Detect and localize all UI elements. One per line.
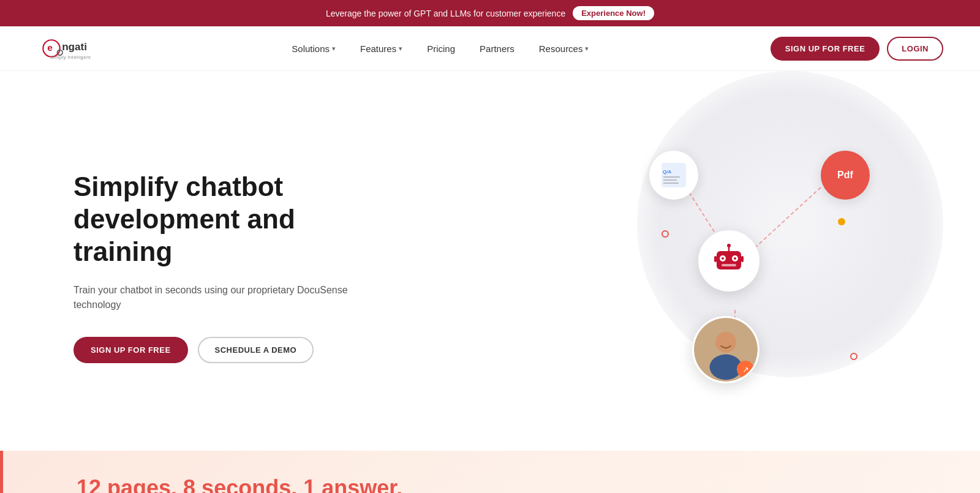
nav-solutions[interactable]: Solutions ▾	[282, 39, 345, 59]
nav-login-button[interactable]: LOGIN	[887, 37, 943, 61]
svg-text:Simply Intelligent: Simply Intelligent	[50, 55, 91, 60]
stats-section: 12 pages. 8 seconds. 1 answer. 90% of cu…	[0, 451, 980, 493]
nav-pricing[interactable]: Pricing	[417, 39, 465, 59]
qa-card: Q/A	[649, 151, 698, 200]
nav-action-buttons: SIGN UP FOR FREE LOGIN	[771, 37, 943, 61]
nav-resources[interactable]: Resources ▾	[529, 39, 599, 59]
chevron-down-icon: ▾	[585, 45, 589, 53]
hero-content: Simplify chatbot development and trainin…	[74, 171, 392, 363]
share-badge: ↗	[737, 361, 754, 378]
svg-text:ngati: ngati	[62, 40, 87, 53]
hero-illustration: Q/A Pdf	[588, 120, 907, 414]
svg-point-20	[727, 244, 731, 247]
svg-point-17	[734, 257, 736, 260]
person-card: ↗	[692, 316, 760, 383]
hero-subtitle: Train your chatbot in seconds using our …	[74, 283, 392, 312]
svg-rect-22	[741, 256, 744, 262]
hero-demo-button[interactable]: SCHEDULE A DEMO	[198, 337, 314, 363]
pdf-label: Pdf	[837, 170, 853, 181]
svg-rect-21	[714, 256, 717, 262]
top-banner: Leverage the power of GPT and LLMs for c…	[0, 0, 980, 26]
hero-buttons: SIGN UP FOR FREE SCHEDULE A DEMO	[74, 337, 392, 363]
chevron-down-icon: ▾	[399, 45, 402, 53]
nav-partners[interactable]: Partners	[470, 39, 524, 59]
navbar: e ngati Simply Intelligent Solutions ▾ F…	[0, 26, 980, 71]
chevron-down-icon: ▾	[332, 45, 336, 53]
hero-section: Simplify chatbot development and trainin…	[0, 71, 980, 451]
logo[interactable]: e ngati Simply Intelligent	[37, 34, 110, 63]
stats-content: 12 pages. 8 seconds. 1 answer. 90% of cu…	[77, 475, 421, 493]
nav-signup-button[interactable]: SIGN UP FOR FREE	[771, 37, 880, 61]
stats-headline: 12 pages. 8 seconds. 1 answer.	[77, 475, 421, 493]
nav-features[interactable]: Features ▾	[350, 39, 412, 59]
svg-text:e: e	[47, 42, 53, 53]
svg-text:Q/A: Q/A	[663, 169, 671, 175]
hero-title: Simplify chatbot development and trainin…	[74, 171, 392, 268]
nav-links: Solutions ▾ Features ▾ Pricing Partners …	[110, 39, 771, 59]
svg-line-6	[747, 187, 821, 255]
pdf-card: Pdf	[821, 151, 870, 200]
svg-rect-8	[662, 163, 686, 187]
svg-point-16	[722, 257, 724, 260]
experience-now-button[interactable]: Experience Now!	[573, 6, 654, 20]
robot-card	[698, 230, 760, 292]
banner-text: Leverage the power of GPT and LLMs for c…	[326, 9, 565, 18]
svg-point-24	[715, 332, 736, 353]
svg-rect-18	[722, 264, 736, 266]
hero-signup-button[interactable]: SIGN UP FOR FREE	[74, 337, 188, 363]
